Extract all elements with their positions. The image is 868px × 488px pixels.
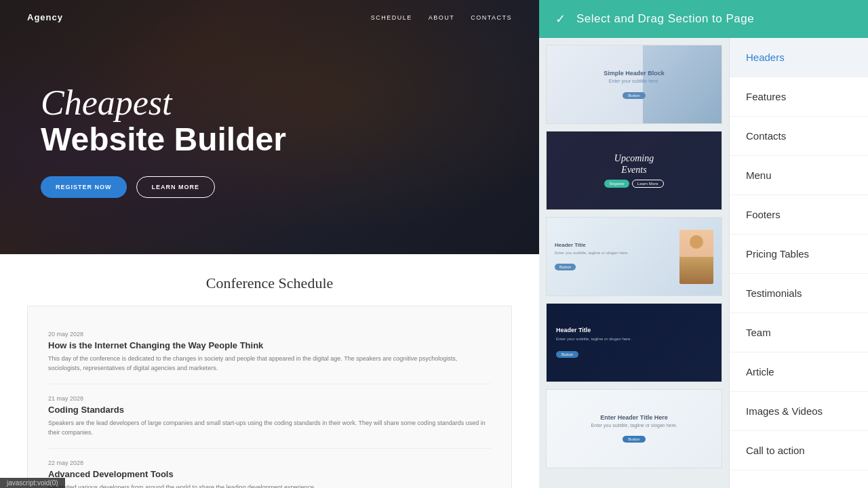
thumb-4-subtitle: Enter your subtitle, tagline or slogan h… [556,336,712,342]
thumb-1-subtitle: Enter your subtitle here. [604,79,665,83]
thumb-1-button[interactable]: Button [623,92,645,99]
cat-call-to-action[interactable]: Call to action [730,431,868,470]
thumb-1-title: Simple Header Block [604,70,665,77]
thumb-4-content: Header Title Enter your subtitle, taglin… [547,327,722,358]
register-now-button[interactable]: REGISTER NOW [41,176,127,198]
nav-schedule[interactable]: SCHEDULE [371,14,412,21]
cat-testimonials[interactable]: Testimonials [730,274,868,313]
hero-title-bold: Website Builder [41,122,286,158]
thumb-3-button[interactable]: Button [555,264,576,270]
conference-section: Conference Schedule 20 may 2028 How is t… [0,254,539,488]
thumbnail-header-person[interactable]: Header Title Enter you subtitle, tagline… [546,217,722,296]
cat-footers[interactable]: Footers [730,195,868,235]
event-date-1: 20 may 2028 [48,331,491,338]
thumb-2-register[interactable]: Register [604,180,629,188]
event-desc-1: This day of the conference is dedicated … [48,354,491,373]
thumb-2-content: Upcoming Events Register Learn More [604,153,663,188]
thumb-preview-5: Enter Header Title Here Enter you subtit… [547,390,722,468]
thumb-3-subtitle: Enter you subtitle, tagline or slogan he… [555,250,674,256]
panel-body: Simple Header Block Enter your subtitle … [539,38,868,488]
thumbnails-area[interactable]: Simple Header Block Enter your subtitle … [539,38,729,488]
thumbnail-enter-header[interactable]: Enter Header Title Here Enter you subtit… [546,389,722,468]
thumb-preview-4: Header Title Enter your subtitle, taglin… [547,304,722,382]
drag-header-bar: ✓ Select and Drag Section to Page [539,0,868,38]
thumb-preview-1: Simple Header Block Enter your subtitle … [547,45,722,123]
cat-pricing-tables[interactable]: Pricing Tables [730,235,868,274]
cat-menu[interactable]: Menu [730,156,868,195]
hero-buttons: REGISTER NOW LEARN MORE [41,176,286,198]
conference-card: 20 may 2028 How is the Internet Changing… [27,306,512,488]
nav-contacts[interactable]: CONTACTS [471,14,512,21]
thumb-5-title: Enter Header Title Here [591,414,677,421]
right-panel: ✓ Select and Drag Section to Page Simple… [539,0,868,488]
event-item-3: 22 may 2028 Advanced Development Tools W… [48,449,491,488]
learn-more-button[interactable]: LEARN MORE [136,176,216,198]
thumb-preview-2: Upcoming Events Register Learn More [547,131,722,209]
status-text: javascript:void(0) [7,479,58,487]
event-date-3: 22 may 2028 [48,460,491,466]
cat-contacts[interactable]: Contacts [730,117,868,156]
event-desc-2: Speakers are the lead developers of larg… [48,419,491,437]
thumb-3-text: Header Title Enter you subtitle, tagline… [555,242,679,271]
cat-headers[interactable]: Headers [730,38,868,77]
thumb-3-title: Header Title [555,242,674,248]
thumb-5-button[interactable]: Button [623,436,645,443]
cat-team[interactable]: Team [730,313,868,352]
thumb-1-content: Simple Header Block Enter your subtitle … [604,70,665,100]
thumb-4-title: Header Title [556,327,712,333]
cat-article[interactable]: Article [730,352,868,392]
event-title-2: Coding Standards [48,405,491,415]
site-logo: Agency [27,12,63,22]
thumb-2-title: Upcoming Events [604,153,663,176]
preview-area: Agency SCHEDULE ABOUT CONTACTS Cheapest … [0,0,539,488]
event-item-2: 21 may 2028 Coding Standards Speakers ar… [48,384,491,449]
thumb-preview-3: Header Title Enter you subtitle, tagline… [547,218,722,296]
thumb-5-subtitle: Enter you subtitle, tagline or slogan he… [591,423,677,428]
hero-nav: Agency SCHEDULE ABOUT CONTACTS [0,0,539,35]
thumb-3-person-img [679,230,713,284]
hero-content: Cheapest Website Builder REGISTER NOW LE… [41,83,286,199]
event-title-1: How is the Internet Changing the Way Peo… [48,340,491,350]
thumb-5-content: Enter Header Title Here Enter you subtit… [591,414,677,443]
website-preview: Agency SCHEDULE ABOUT CONTACTS Cheapest … [0,0,539,488]
status-bar: javascript:void(0) [0,478,65,488]
drag-title: Select and Drag Section to Page [576,12,754,26]
thumb-4-button[interactable]: Button [556,351,578,358]
category-nav[interactable]: Headers Features Contacts Menu Footers P… [729,38,868,488]
hero-section: Agency SCHEDULE ABOUT CONTACTS Cheapest … [0,0,539,254]
event-item-1: 20 may 2028 How is the Internet Changing… [48,320,491,384]
event-date-2: 21 may 2028 [48,395,491,402]
thumbnail-upcoming-events[interactable]: Upcoming Events Register Learn More [546,131,722,210]
event-title-3: Advanced Development Tools [48,469,491,479]
thumbnail-dark-header[interactable]: Header Title Enter your subtitle, taglin… [546,303,722,382]
thumb-2-learnmore[interactable]: Learn More [632,180,664,188]
cat-features[interactable]: Features [730,77,868,117]
nav-links: SCHEDULE ABOUT CONTACTS [371,14,512,21]
hero-title-italic: Cheapest [41,83,286,122]
nav-about[interactable]: ABOUT [429,14,455,21]
event-desc-3: We invited various developers from aroun… [48,483,491,488]
thumb-2-buttons: Register Learn More [604,180,663,188]
check-icon: ✓ [555,12,566,26]
thumbnail-simple-header[interactable]: Simple Header Block Enter your subtitle … [546,45,722,124]
conference-title: Conference Schedule [27,274,512,292]
cat-images-videos[interactable]: Images & Videos [730,392,868,431]
